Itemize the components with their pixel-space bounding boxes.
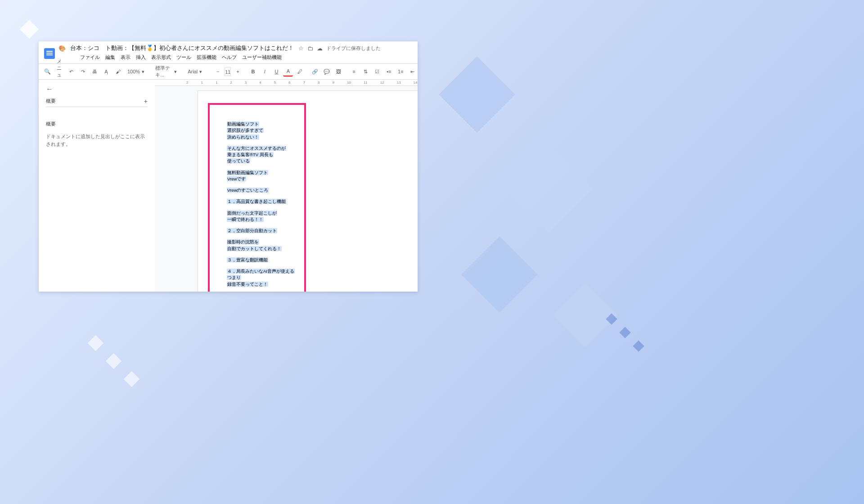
outdent-icon[interactable]: ⇤ bbox=[407, 67, 417, 76]
move-folder-icon[interactable]: 🗀 bbox=[307, 45, 313, 52]
underline-button[interactable]: U bbox=[271, 67, 281, 76]
document-text[interactable]: 動画編集ソフト選択肢が多すぎて決められない！ そんな方にオススメするのが乗まる集… bbox=[227, 121, 295, 292]
redo-icon[interactable]: ↷ bbox=[78, 67, 88, 76]
paragraph-style-select[interactable]: 標準テキ... ▾ bbox=[153, 67, 180, 76]
paint-format-icon[interactable]: 🖌 bbox=[113, 67, 123, 76]
undo-icon[interactable]: ↶ bbox=[66, 67, 76, 76]
menu-view[interactable]: 表示 bbox=[121, 54, 130, 61]
bold-button[interactable]: B bbox=[248, 67, 258, 76]
docs-logo-icon[interactable] bbox=[44, 48, 55, 59]
outline-placeholder-text: ドキュメントに追加した見出しがここに表示されます。 bbox=[46, 133, 148, 148]
google-docs-window: 🎨 台本：シコ ト動画：【無料🥇】初心者さんにオススメの動画編集ソフトはこれだ！… bbox=[39, 41, 418, 292]
menu-format[interactable]: 表示形式 bbox=[151, 54, 171, 61]
font-size-decrease[interactable]: − bbox=[213, 67, 223, 76]
star-icon[interactable]: ☆ bbox=[298, 45, 304, 52]
add-outline-icon[interactable]: + bbox=[144, 98, 148, 105]
italic-button[interactable]: I bbox=[260, 67, 270, 76]
outline-sidebar: ← 概要 + 概要 ドキュメントに追加した見出しがここに表示されます。 bbox=[39, 80, 155, 292]
menu-bar: ファイル 編集 表示 挿入 表示形式 ツール 拡張機能 ヘルプ ユーザー補助機能 bbox=[58, 53, 412, 63]
menu-edit[interactable]: 編集 bbox=[105, 54, 115, 61]
horizontal-ruler[interactable]: 21 12 34 56 78 910 1112 1314 1516 bbox=[155, 80, 418, 86]
highlight-color-button[interactable]: 🖊 bbox=[295, 67, 305, 76]
back-arrow-icon[interactable]: ← bbox=[46, 85, 148, 93]
document-canvas: 21 12 34 56 78 910 1112 1314 1516 動画編集ソフ… bbox=[155, 80, 418, 292]
menu-insert[interactable]: 挿入 bbox=[136, 54, 146, 61]
line-spacing-icon[interactable]: ⇅ bbox=[360, 67, 370, 76]
cloud-icon[interactable]: ☁ bbox=[317, 45, 323, 52]
title-bar: 🎨 台本：シコ ト動画：【無料🥇】初心者さんにオススメの動画編集ソフトはこれだ！… bbox=[39, 41, 418, 63]
menu-accessibility[interactable]: ユーザー補助機能 bbox=[242, 54, 282, 61]
font-size-increase[interactable]: + bbox=[233, 67, 243, 76]
doc-emoji: 🎨 bbox=[58, 45, 66, 52]
document-title[interactable]: 台本：シコ ト動画：【無料🥇】初心者さんにオススメの動画編集ソフトはこれだ！ bbox=[70, 44, 294, 52]
toolbar-menu[interactable]: メニュー bbox=[54, 67, 64, 76]
search-icon[interactable] bbox=[42, 67, 52, 76]
outline-heading: 概要 bbox=[46, 98, 56, 105]
numbered-list-icon[interactable]: 1≡ bbox=[396, 67, 405, 76]
align-icon[interactable]: ≡ bbox=[349, 67, 359, 76]
print-icon[interactable]: 🖶 bbox=[90, 67, 99, 76]
menu-tools[interactable]: ツール bbox=[176, 54, 191, 61]
text-color-button[interactable]: A bbox=[283, 67, 293, 76]
checklist-icon[interactable]: ☑ bbox=[372, 67, 382, 76]
menu-extensions[interactable]: 拡張機能 bbox=[197, 54, 216, 61]
comment-icon[interactable]: 💬 bbox=[322, 67, 332, 76]
bullet-list-icon[interactable]: •≡ bbox=[384, 67, 394, 76]
save-status: ドライブに保存しました bbox=[326, 45, 381, 52]
menu-file[interactable]: ファイル bbox=[80, 54, 100, 61]
font-size-input[interactable]: 11 bbox=[225, 67, 231, 76]
toolbar: メニュー ↶ ↷ 🖶 Ą 🖌 100% ▾ 標準テキ... ▾ Arial ▾ … bbox=[39, 63, 418, 80]
spellcheck-icon[interactable]: Ą bbox=[101, 67, 111, 76]
content-area: ← 概要 + 概要 ドキュメントに追加した見出しがここに表示されます。 21 1… bbox=[39, 80, 418, 292]
image-icon[interactable]: 🖼 bbox=[333, 67, 343, 76]
font-select[interactable]: Arial ▾ bbox=[185, 67, 207, 76]
zoom-select[interactable]: 100% ▾ bbox=[125, 67, 147, 76]
link-icon[interactable]: 🔗 bbox=[310, 67, 320, 76]
menu-help[interactable]: ヘルプ bbox=[222, 54, 237, 61]
outline-heading-2: 概要 bbox=[46, 121, 148, 127]
